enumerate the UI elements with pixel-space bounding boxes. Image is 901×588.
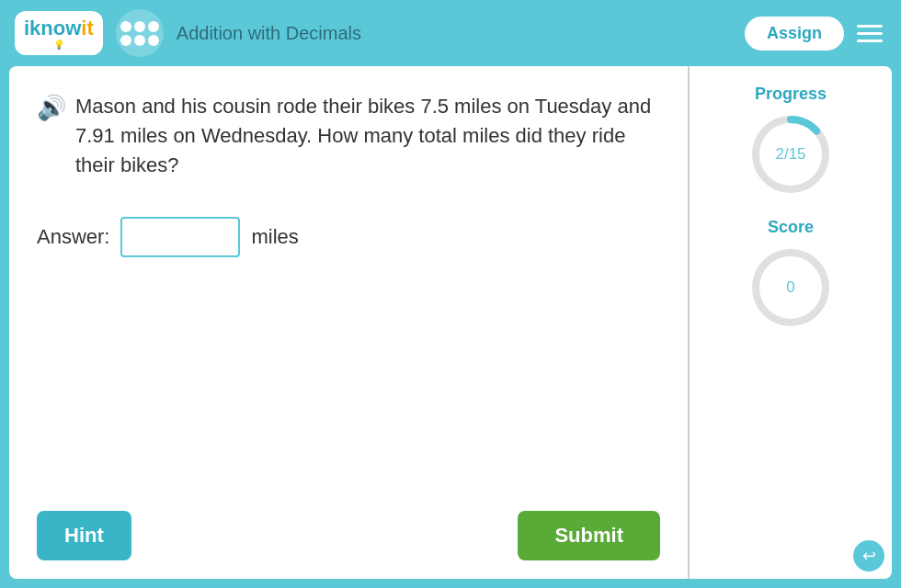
dot	[120, 35, 131, 46]
progress-label: Progress	[755, 85, 827, 104]
back-icon: ↩	[862, 546, 876, 566]
menu-bar-1	[857, 25, 883, 28]
answer-input[interactable]	[120, 217, 240, 257]
menu-bar-2	[857, 32, 883, 35]
header-right: Assign	[745, 17, 886, 51]
menu-bar-3	[857, 40, 883, 42]
answer-label: Answer:	[37, 225, 109, 249]
header: iknowit 💡 Addition with Decimals Assign	[0, 0, 901, 66]
dot	[148, 35, 159, 46]
dots-icon	[120, 21, 159, 46]
progress-section: Progress 2/15	[749, 85, 832, 196]
progress-value: 2/15	[775, 145, 805, 164]
submit-button[interactable]: Submit	[518, 511, 660, 560]
logo-highlight: it	[81, 17, 93, 40]
dot	[148, 21, 159, 32]
question-area: 🔊 Mason and his cousin rode their bikes …	[37, 92, 660, 180]
dot	[120, 21, 131, 32]
logo: iknowit 💡	[15, 11, 103, 55]
answer-unit: miles	[251, 225, 298, 249]
answer-row: Answer: miles	[37, 217, 660, 257]
assign-button[interactable]: Assign	[745, 17, 844, 51]
dot	[134, 21, 145, 32]
back-button[interactable]: ↩	[853, 540, 884, 571]
speaker-icon[interactable]: 🔊	[37, 94, 66, 122]
score-value: 0	[786, 278, 794, 297]
score-circle: 0	[749, 246, 832, 329]
left-panel: 🔊 Mason and his cousin rode their bikes …	[9, 66, 690, 579]
logo-bulb: 💡	[24, 40, 94, 50]
activity-title: Addition with Decimals	[177, 23, 732, 44]
progress-circle: 2/15	[749, 113, 832, 196]
main-content: 🔊 Mason and his cousin rode their bikes …	[9, 66, 892, 579]
bottom-buttons: Hint Submit	[37, 511, 660, 560]
hint-button[interactable]: Hint	[37, 511, 131, 560]
score-label: Score	[768, 218, 814, 237]
logo-text: iknowit	[24, 17, 94, 40]
activity-icon	[116, 9, 164, 57]
question-text: Mason and his cousin rode their bikes 7.…	[75, 92, 660, 180]
score-section: Score 0	[749, 218, 832, 329]
menu-button[interactable]	[853, 21, 886, 46]
right-panel: Progress 2/15 Score 0	[690, 66, 892, 579]
dot	[134, 35, 145, 46]
